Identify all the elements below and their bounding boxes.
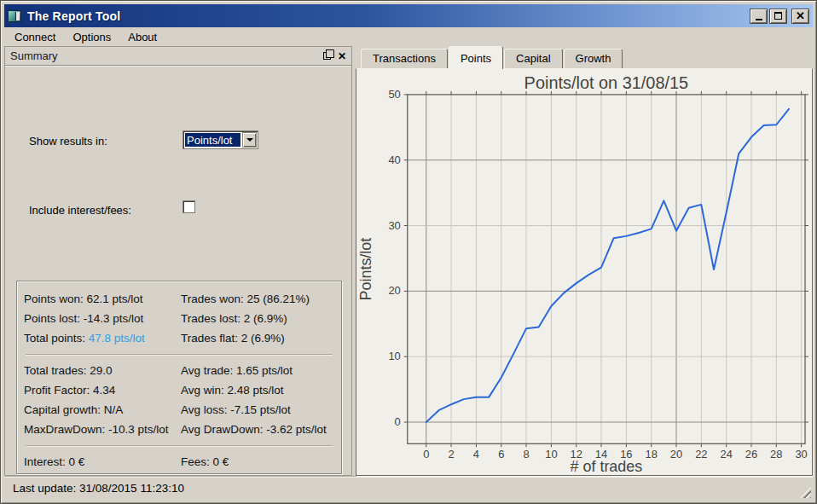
show-results-label: Show results in:: [29, 135, 107, 148]
svg-text:22: 22: [695, 448, 707, 461]
svg-text:30: 30: [388, 219, 400, 232]
stats-separator: [26, 354, 333, 355]
stats-separator: [26, 445, 333, 446]
show-results-selected-value: Points/lot: [185, 133, 240, 147]
dropdown-button[interactable]: [242, 132, 257, 148]
stat-right: Trades lost: 2 (6.9%): [181, 309, 334, 328]
menu-bar: ConnectOptionsAbout: [4, 27, 813, 46]
close-button[interactable]: ✕: [791, 9, 809, 24]
tab-growth[interactable]: Growth: [564, 49, 623, 68]
svg-text:28: 28: [770, 448, 782, 461]
tab-bar: TransactionsPointsCapitalGrowth: [356, 46, 813, 68]
resize-grip[interactable]: [800, 487, 811, 498]
tab-points[interactable]: Points: [449, 46, 503, 69]
svg-text:24: 24: [720, 448, 732, 461]
svg-text:20: 20: [388, 284, 400, 297]
svg-text:Points/lot on 31/08/15: Points/lot on 31/08/15: [524, 73, 689, 92]
stat-left: Points lost: -14.3 pts/lot: [24, 309, 181, 328]
summary-panel-title: Summary: [10, 49, 58, 62]
stat-accent-value: 47.8 pts/lot: [89, 332, 145, 345]
svg-text:0: 0: [423, 448, 429, 461]
stat-left: Profit Factor: 4.34: [24, 380, 181, 400]
stat-right: Avg DrawDown: -3.62 pts/lot: [181, 420, 334, 439]
svg-text:Points/lot: Points/lot: [357, 238, 374, 301]
stats-groupbox: Points won: 62.1 pts/lotTrades won: 25 (…: [16, 281, 342, 474]
close-icon: ✕: [796, 10, 805, 21]
dock-close-icon[interactable]: ✕: [338, 51, 346, 61]
stat-left: Total points: 47.8 pts/lot: [24, 328, 181, 348]
minimize-icon: [756, 19, 762, 20]
stat-right: Avg loss: -7.15 pts/lot: [181, 400, 334, 420]
svg-text:30: 30: [795, 448, 807, 461]
stat-right: Avg trade: 1.65 pts/lot: [181, 361, 334, 380]
app-window: The Report Tool ✕ ConnectOptionsAbout Su…: [0, 0, 817, 504]
stat-row: MaxDrawDown: -10.3 pts/lotAvg DrawDown: …: [24, 420, 334, 439]
stat-row: Total points: 47.8 pts/lotTrades flat: 2…: [24, 328, 334, 348]
stat-row: Points lost: -14.3 pts/lotTrades lost: 2…: [24, 309, 334, 328]
maximize-button[interactable]: [769, 9, 787, 24]
menu-item-connect[interactable]: Connect: [6, 28, 64, 46]
svg-text:8: 8: [523, 448, 529, 461]
include-fees-checkbox[interactable]: [183, 200, 195, 213]
svg-text:6: 6: [498, 448, 504, 461]
svg-text:2: 2: [448, 448, 454, 461]
svg-text:0: 0: [395, 415, 401, 428]
summary-panel: Summary ✕ Show results in: Points/lot In…: [4, 46, 352, 476]
stat-row: Interest: 0 €Fees: 0 €: [24, 452, 334, 472]
svg-text:10: 10: [545, 448, 557, 461]
minimize-button[interactable]: [750, 9, 768, 24]
show-results-dropdown[interactable]: Points/lot: [183, 130, 258, 149]
maximize-icon: [774, 12, 782, 20]
stat-row: Points won: 62.1 pts/lotTrades won: 25 (…: [24, 289, 334, 309]
stat-right: Trades won: 25 (86.21%): [181, 289, 334, 309]
menu-item-about[interactable]: About: [119, 28, 165, 46]
menu-item-options[interactable]: Options: [64, 28, 119, 46]
stat-row: Total trades: 29.0Avg trade: 1.65 pts/lo…: [24, 361, 334, 380]
report-pane: TransactionsPointsCapitalGrowth 02468101…: [356, 46, 813, 476]
include-fees-label: Include interest/fees:: [29, 204, 131, 217]
main-area: Summary ✕ Show results in: Points/lot In…: [4, 46, 813, 476]
stat-left: Total trades: 29.0: [24, 361, 181, 380]
svg-text:4: 4: [473, 448, 479, 461]
svg-text:20: 20: [670, 448, 682, 461]
dock-float-icon[interactable]: [323, 52, 331, 60]
svg-text:26: 26: [745, 448, 757, 461]
stat-left: Points won: 62.1 pts/lot: [24, 289, 181, 309]
svg-text:18: 18: [645, 448, 657, 461]
tab-transactions[interactable]: Transactions: [361, 49, 448, 68]
svg-text:50: 50: [388, 88, 400, 101]
title-bar[interactable]: The Report Tool ✕: [4, 4, 813, 27]
stat-row: Profit Factor: 4.34Avg win: 2.48 pts/lot: [24, 380, 334, 400]
app-icon: [8, 10, 21, 22]
summary-panel-header[interactable]: Summary ✕: [5, 47, 351, 66]
stat-left: Interest: 0 €: [24, 452, 181, 472]
stat-right: Fees: 0 €: [181, 452, 334, 472]
stat-row: Capital growth: N/AAvg loss: -7.15 pts/l…: [24, 400, 334, 420]
svg-text:40: 40: [388, 154, 400, 166]
tab-capital[interactable]: Capital: [504, 49, 562, 68]
stat-left: MaxDrawDown: -10.3 pts/lot: [24, 420, 181, 439]
window-title: The Report Tool: [27, 9, 120, 23]
chevron-down-icon: [246, 138, 253, 142]
stat-right: Trades flat: 2 (6.9%): [181, 328, 334, 348]
points-chart: 02468101214161820222426283001020304050Po…: [356, 68, 813, 476]
last-update-text: Last update: 31/08/2015 11:23:10: [13, 482, 184, 495]
svg-text:10: 10: [388, 350, 400, 362]
status-bar: Last update: 31/08/2015 11:23:10: [4, 476, 813, 500]
svg-text:# of trades: # of trades: [571, 458, 643, 475]
stat-right: Avg win: 2.48 pts/lot: [181, 380, 334, 400]
stat-left: Capital growth: N/A: [24, 400, 181, 420]
